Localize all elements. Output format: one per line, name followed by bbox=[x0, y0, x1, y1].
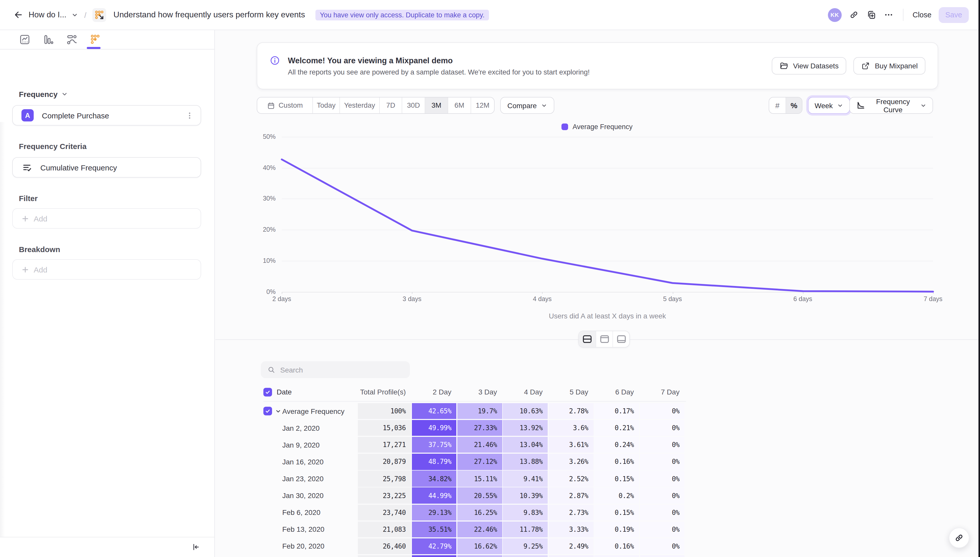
heatmap-cell[interactable]: 0% bbox=[640, 488, 685, 504]
heatmap-cell[interactable]: 27.33% bbox=[457, 420, 502, 436]
add-breakdown-button[interactable]: Add bbox=[12, 259, 201, 280]
heatmap-cell[interactable]: 0% bbox=[640, 454, 685, 470]
heatmap-cell[interactable]: 0.16% bbox=[594, 538, 639, 554]
heatmap-cell[interactable]: 0% bbox=[640, 521, 685, 537]
heatmap-cell[interactable]: 13.88% bbox=[503, 454, 548, 470]
breadcrumb[interactable]: How do I... bbox=[29, 10, 66, 20]
range-6m[interactable]: 6M bbox=[448, 98, 471, 113]
column-header-2day[interactable]: 2 Day bbox=[412, 388, 457, 396]
heatmap-cell[interactable]: 3.6% bbox=[549, 420, 594, 436]
frequency-curve-plot[interactable] bbox=[282, 137, 933, 292]
tab-flows[interactable] bbox=[65, 33, 78, 46]
heatmap-cell[interactable]: 11.78% bbox=[503, 521, 548, 537]
heatmap-cell[interactable]: 2.73% bbox=[549, 505, 594, 521]
heatmap-cell[interactable]: 16.62% bbox=[457, 538, 502, 554]
heatmap-cell[interactable]: 37.75% bbox=[412, 437, 457, 453]
heatmap-cell[interactable]: 20.55% bbox=[457, 488, 502, 504]
heatmap-cell[interactable]: 0% bbox=[640, 471, 685, 487]
range-30d[interactable]: 30D bbox=[402, 98, 425, 113]
percent-toggle[interactable]: % bbox=[786, 98, 802, 113]
range-7d[interactable]: 7D bbox=[380, 98, 402, 113]
chevron-down-icon[interactable] bbox=[275, 408, 281, 414]
close-button[interactable]: Close bbox=[913, 11, 931, 19]
heatmap-cell[interactable]: 34.82% bbox=[412, 471, 457, 487]
share-floating-button[interactable] bbox=[949, 528, 969, 548]
heatmap-cell[interactable]: 19.7% bbox=[457, 403, 502, 419]
copy-link-button[interactable] bbox=[849, 10, 859, 20]
heatmap-cell[interactable]: 10.39% bbox=[503, 488, 548, 504]
heatmap-cell[interactable]: 0.16% bbox=[594, 454, 639, 470]
column-header-date[interactable]: Date bbox=[277, 388, 292, 396]
heatmap-cell[interactable]: 22.46% bbox=[457, 521, 502, 537]
buy-mixpanel-button[interactable]: Buy Mixpanel bbox=[853, 57, 925, 75]
heatmap-cell[interactable]: 2.52% bbox=[549, 471, 594, 487]
interval-dropdown[interactable]: Week bbox=[808, 97, 850, 114]
frequency-section-header[interactable]: Frequency bbox=[19, 90, 68, 98]
column-header-7day[interactable]: 7 Day bbox=[640, 388, 685, 396]
scrollbar[interactable] bbox=[978, 0, 980, 557]
duplicate-button[interactable] bbox=[866, 10, 876, 20]
tab-insights[interactable] bbox=[18, 33, 31, 46]
chart-type-dropdown[interactable]: Frequency Curve bbox=[849, 97, 933, 114]
tab-retention-frequency[interactable] bbox=[89, 33, 101, 46]
heatmap-cell[interactable]: 0.15% bbox=[594, 471, 639, 487]
heatmap-cell[interactable]: 0% bbox=[640, 437, 685, 453]
heatmap-cell[interactable]: 29.13% bbox=[412, 505, 457, 521]
back-button[interactable] bbox=[13, 10, 23, 20]
column-header-5day[interactable]: 5 Day bbox=[549, 388, 594, 396]
heatmap-cell[interactable]: 0% bbox=[640, 420, 685, 436]
column-header-3day[interactable]: 3 Day bbox=[457, 388, 502, 396]
heatmap-cell[interactable]: 3.33% bbox=[549, 521, 594, 537]
heatmap-cell[interactable]: 2.78% bbox=[549, 403, 594, 419]
range-yesterday[interactable]: Yesterday bbox=[340, 98, 380, 113]
heatmap-cell[interactable]: 42.79% bbox=[412, 538, 457, 554]
heatmap-cell[interactable]: 13.04% bbox=[503, 437, 548, 453]
heatmap-cell[interactable]: 13.92% bbox=[503, 420, 548, 436]
column-header-4day[interactable]: 4 Day bbox=[503, 388, 548, 396]
heatmap-cell[interactable]: 21.46% bbox=[457, 437, 502, 453]
heatmap-cell[interactable]: 10.63% bbox=[503, 403, 548, 419]
save-button[interactable]: Save bbox=[939, 7, 969, 23]
heatmap-cell[interactable]: 0.2% bbox=[594, 488, 639, 504]
view-datasets-button[interactable]: View Datasets bbox=[772, 57, 846, 75]
heatmap-cell[interactable]: 3.61% bbox=[549, 437, 594, 453]
layout-top-panel-button[interactable] bbox=[596, 331, 612, 347]
event-card-complete-purchase[interactable]: A Complete Purchase bbox=[12, 105, 201, 125]
avatar[interactable]: KK bbox=[828, 8, 842, 22]
heatmap-cell[interactable]: 3.26% bbox=[549, 454, 594, 470]
heatmap-cell[interactable]: 44.99% bbox=[412, 488, 457, 504]
search-input[interactable] bbox=[280, 366, 404, 374]
heatmap-cell[interactable]: 0.19% bbox=[594, 521, 639, 537]
heatmap-cell[interactable]: 9.83% bbox=[503, 505, 548, 521]
heatmap-cell[interactable]: 49.99% bbox=[412, 420, 457, 436]
heatmap-cell[interactable]: 15.11% bbox=[457, 471, 502, 487]
heatmap-cell[interactable]: 16.25% bbox=[457, 505, 502, 521]
chevron-down-icon[interactable] bbox=[72, 11, 78, 18]
heatmap-cell[interactable]: 0.17% bbox=[594, 403, 639, 419]
layout-bottom-panel-button[interactable] bbox=[612, 331, 629, 347]
heatmap-cell[interactable]: 42.65% bbox=[412, 403, 457, 419]
range-custom[interactable]: Custom bbox=[257, 98, 313, 113]
collapse-sidebar-button[interactable] bbox=[191, 542, 200, 552]
select-all-checkbox[interactable] bbox=[264, 388, 272, 396]
absolute-numbers-toggle[interactable]: # bbox=[769, 98, 786, 113]
event-options-kebab-icon[interactable] bbox=[186, 111, 194, 119]
layout-split-horizontal-button[interactable] bbox=[579, 331, 596, 347]
heatmap-cell[interactable]: 0% bbox=[640, 403, 685, 419]
heatmap-cell[interactable]: 48.79% bbox=[412, 454, 457, 470]
heatmap-cell[interactable]: 9.25% bbox=[503, 538, 548, 554]
more-options-button[interactable] bbox=[884, 10, 894, 20]
heatmap-cell[interactable]: 9.41% bbox=[503, 471, 548, 487]
add-filter-button[interactable]: Add bbox=[12, 208, 201, 229]
heatmap-cell[interactable]: 27.12% bbox=[457, 454, 502, 470]
range-12m[interactable]: 12M bbox=[471, 98, 494, 113]
heatmap-cell[interactable]: 2.49% bbox=[549, 538, 594, 554]
heatmap-cell[interactable]: 0.24% bbox=[594, 437, 639, 453]
heatmap-cell[interactable]: 2.87% bbox=[549, 488, 594, 504]
column-header-total[interactable]: Total Profile(s) bbox=[358, 388, 411, 396]
row-checkbox[interactable] bbox=[264, 407, 272, 415]
column-header-6day[interactable]: 6 Day bbox=[594, 388, 639, 396]
criteria-card[interactable]: Cumulative Frequency bbox=[12, 157, 201, 178]
table-search[interactable] bbox=[261, 361, 410, 378]
range-3m[interactable]: 3M bbox=[425, 98, 448, 113]
